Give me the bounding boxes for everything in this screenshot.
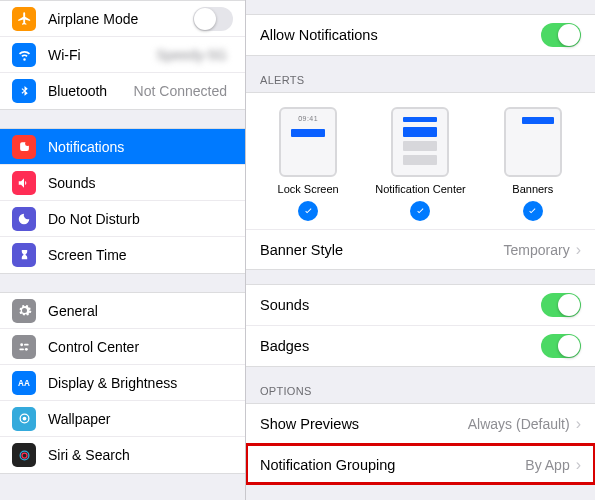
sidebar-item-label: Control Center	[48, 339, 233, 355]
check-icon	[298, 201, 318, 221]
banners-thumb	[504, 107, 562, 177]
sidebar-item-label: Screen Time	[48, 247, 233, 263]
sidebar-item-dnd[interactable]: Do Not Disturb	[0, 201, 245, 237]
sidebar-item-bluetooth[interactable]: Bluetooth Not Connected	[0, 73, 245, 109]
sidebar-item-label: Bluetooth	[48, 83, 134, 99]
chevron-right-icon: ›	[576, 456, 581, 474]
sidebar-item-label: General	[48, 303, 233, 319]
bluetooth-icon	[12, 79, 36, 103]
svg-text:AA: AA	[18, 378, 30, 387]
sidebar-item-siri[interactable]: Siri & Search	[0, 437, 245, 473]
dnd-icon	[12, 207, 36, 231]
check-icon	[410, 201, 430, 221]
alert-option-banners[interactable]: Banners	[483, 107, 583, 221]
sidebar-item-sounds[interactable]: Sounds	[0, 165, 245, 201]
allow-notifications-row[interactable]: Allow Notifications	[246, 14, 595, 56]
banner-style-row[interactable]: Banner Style Temporary ›	[246, 229, 595, 269]
sidebar-item-label: Airplane Mode	[48, 11, 193, 27]
nc-thumb	[391, 107, 449, 177]
options-header: OPTIONS	[246, 367, 595, 403]
svg-point-10	[22, 453, 27, 458]
chevron-right-icon: ›	[576, 415, 581, 433]
check-icon	[523, 201, 543, 221]
sidebar-item-wifi[interactable]: Wi-Fi Speedy-5G	[0, 37, 245, 73]
allow-label: Allow Notifications	[260, 27, 541, 43]
sidebar-item-display[interactable]: AA Display & Brightness	[0, 365, 245, 401]
sidebar-item-label: Do Not Disturb	[48, 211, 233, 227]
alerts-options: 09:41 Lock Screen Notification Center	[246, 93, 595, 229]
sidebar-item-wallpaper[interactable]: Wallpaper	[0, 401, 245, 437]
sidebar-item-label: Siri & Search	[48, 447, 233, 463]
svg-rect-5	[19, 348, 24, 350]
sidebar-item-label: Notifications	[48, 139, 233, 155]
sidebar-item-label: Wallpaper	[48, 411, 233, 427]
wallpaper-icon	[12, 407, 36, 431]
controlcenter-icon	[12, 335, 36, 359]
sidebar-item-notifications[interactable]: Notifications	[0, 129, 245, 165]
airplane-switch[interactable]	[193, 7, 233, 31]
wifi-value: Speedy-5G	[156, 47, 227, 63]
chevron-right-icon: ›	[576, 241, 581, 259]
display-icon: AA	[12, 371, 36, 395]
badges-row[interactable]: Badges	[246, 325, 595, 366]
sidebar-item-controlcenter[interactable]: Control Center	[0, 329, 245, 365]
svg-point-1	[25, 141, 30, 146]
svg-point-4	[25, 347, 28, 350]
sidebar-item-label: Wi-Fi	[48, 47, 156, 63]
notifications-detail: Allow Notifications ALERTS 09:41 Lock Sc…	[246, 0, 595, 500]
wifi-icon	[12, 43, 36, 67]
sidebar-item-general[interactable]: General	[0, 293, 245, 329]
allow-switch[interactable]	[541, 23, 581, 47]
notifications-icon	[12, 135, 36, 159]
svg-rect-3	[24, 343, 29, 345]
sounds-switch[interactable]	[541, 293, 581, 317]
svg-point-2	[20, 343, 23, 346]
sidebar-item-airplane[interactable]: Airplane Mode	[0, 1, 245, 37]
sidebar-item-label: Display & Brightness	[48, 375, 233, 391]
notification-grouping-row[interactable]: Notification Grouping By App ›	[246, 444, 595, 484]
settings-sidebar: Airplane Mode Wi-Fi Speedy-5G Bluetooth …	[0, 0, 246, 500]
screentime-icon	[12, 243, 36, 267]
alert-option-notificationcenter[interactable]: Notification Center	[370, 107, 470, 221]
siri-icon	[12, 443, 36, 467]
show-previews-row[interactable]: Show Previews Always (Default) ›	[246, 404, 595, 444]
alerts-header: ALERTS	[246, 56, 595, 92]
sounds-icon	[12, 171, 36, 195]
badges-switch[interactable]	[541, 334, 581, 358]
gear-icon	[12, 299, 36, 323]
bluetooth-value: Not Connected	[134, 83, 227, 99]
sidebar-item-screentime[interactable]: Screen Time	[0, 237, 245, 273]
alert-option-lockscreen[interactable]: 09:41 Lock Screen	[258, 107, 358, 221]
lockscreen-thumb: 09:41	[279, 107, 337, 177]
sidebar-item-label: Sounds	[48, 175, 233, 191]
svg-point-8	[22, 417, 26, 421]
airplane-icon	[12, 7, 36, 31]
sounds-row[interactable]: Sounds	[246, 285, 595, 325]
